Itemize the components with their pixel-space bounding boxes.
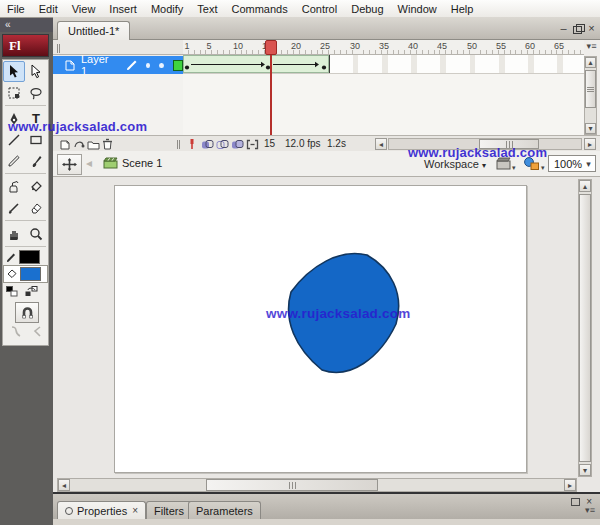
scene-name-label[interactable]: Scene 1: [122, 157, 162, 169]
delete-layer-button[interactable]: [100, 137, 114, 151]
pan-view-button[interactable]: [57, 154, 82, 175]
paint-bucket-icon: [29, 180, 43, 194]
menu-control[interactable]: Control: [295, 1, 344, 17]
fill-color-swatch[interactable]: [20, 267, 41, 281]
menu-edit[interactable]: Edit: [32, 1, 65, 17]
layer-outline-color-swatch[interactable]: [173, 60, 183, 71]
ruler-label: 5: [206, 41, 211, 51]
eraser-tool-button[interactable]: [25, 197, 47, 218]
menu-commands[interactable]: Commands: [224, 1, 294, 17]
paint-bucket-tool-button[interactable]: [25, 176, 47, 197]
close-button[interactable]: ×: [585, 23, 598, 35]
shape-tween-span[interactable]: [183, 55, 330, 73]
zoom-level-combobox[interactable]: 100% ▾: [548, 155, 596, 172]
stage-horizontal-scrollbar[interactable]: ◂ ▸: [57, 478, 577, 492]
edit-multiple-frames-button[interactable]: [230, 137, 244, 151]
layer-visibility-dot[interactable]: [146, 63, 150, 68]
menu-window[interactable]: Window: [391, 1, 444, 17]
layer-controls-header: [53, 40, 183, 55]
ruler-label: 65: [554, 41, 564, 51]
menu-text[interactable]: Text: [190, 1, 224, 17]
document-window-controls: – ×: [557, 23, 598, 35]
scrollbar-thumb[interactable]: [206, 479, 378, 491]
add-motion-guide-button[interactable]: [72, 137, 86, 151]
menu-modify[interactable]: Modify: [144, 1, 190, 17]
timeline-ruler[interactable]: 1 5 10 15 20 25 30 35 40 45 50 55 60 65: [183, 40, 584, 55]
tab-parameters[interactable]: Parameters: [188, 501, 261, 519]
menu-debug[interactable]: Debug: [344, 1, 390, 17]
timeline-empty-grid[interactable]: [183, 74, 584, 135]
tab-properties[interactable]: Properties ×: [57, 501, 146, 519]
menu-insert[interactable]: Insert: [102, 1, 144, 17]
ink-bottle-tool-button[interactable]: [3, 176, 25, 197]
scroll-left-button[interactable]: ◂: [58, 479, 70, 491]
playhead[interactable]: [265, 40, 277, 55]
back-button[interactable]: ◂: [86, 156, 92, 170]
brush-tool-button[interactable]: [25, 150, 47, 171]
line-icon: [7, 133, 21, 147]
scroll-down-button[interactable]: ▾: [579, 464, 591, 476]
document-tab[interactable]: Untitled-1*: [57, 21, 130, 41]
insert-layer-button[interactable]: [58, 137, 72, 151]
scroll-right-button[interactable]: ▸: [584, 138, 596, 150]
current-frame-value: 15: [264, 137, 275, 151]
onion-skin-button[interactable]: [200, 137, 214, 151]
restore-button[interactable]: [571, 23, 584, 35]
hand-tool-button[interactable]: [3, 223, 25, 244]
ruler-label: 1: [184, 41, 189, 51]
scroll-up-button[interactable]: ▴: [579, 180, 591, 192]
fill-color-row[interactable]: [3, 265, 48, 283]
minimize-button[interactable]: –: [557, 23, 570, 35]
menu-view[interactable]: View: [65, 1, 103, 17]
ruler-label: 35: [379, 41, 389, 51]
panel-grip-icon[interactable]: [57, 43, 61, 55]
brush-icon: [29, 154, 43, 168]
scroll-right-button[interactable]: ▸: [564, 479, 576, 491]
layer-row[interactable]: Layer 1: [53, 56, 183, 74]
stroke-color-swatch[interactable]: [19, 250, 40, 264]
swap-colors-icon[interactable]: [25, 286, 38, 297]
panel-options-menu[interactable]: ▾≡: [583, 507, 597, 513]
straighten-option-icon[interactable]: [31, 325, 43, 338]
close-tab-icon[interactable]: ×: [132, 505, 138, 516]
insert-layer-folder-button[interactable]: [86, 137, 100, 151]
free-transform-tool-button[interactable]: [3, 82, 25, 103]
subselection-tool-button[interactable]: [25, 61, 47, 82]
onion-skin-outlines-button[interactable]: [215, 137, 229, 151]
menu-bar: File Edit View Insert Modify Text Comman…: [0, 0, 600, 18]
scroll-up-button[interactable]: ▴: [585, 57, 596, 68]
scroll-down-button[interactable]: ▾: [585, 123, 596, 134]
chevron-down-icon: ▾: [541, 164, 545, 172]
layer-frames-row[interactable]: [183, 55, 584, 74]
elapsed-time-value: 1.2s: [327, 137, 346, 151]
pencil-tool-button[interactable]: [3, 150, 25, 171]
dock-collapse-button[interactable]: «: [0, 18, 53, 32]
stage-vertical-scrollbar[interactable]: ▴ ▾: [578, 179, 592, 477]
ruler-label: 40: [408, 41, 418, 51]
default-colors-icon[interactable]: [6, 286, 18, 297]
scrollbar-thumb[interactable]: [585, 70, 596, 108]
menu-file[interactable]: File: [0, 1, 32, 17]
chevron-down-icon: ▾: [512, 164, 516, 172]
selection-arrow-icon: [7, 64, 21, 79]
menu-help[interactable]: Help: [444, 1, 481, 17]
collapse-panel-icon[interactable]: [571, 498, 580, 506]
selection-tool-button[interactable]: [3, 61, 25, 82]
frame-rate-value[interactable]: 12.0 fps: [285, 137, 321, 151]
snap-to-objects-button[interactable]: [15, 302, 39, 323]
bottom-panel-body: [53, 519, 600, 525]
zoom-tool-button[interactable]: [25, 223, 47, 244]
eyedropper-tool-button[interactable]: [3, 197, 25, 218]
stroke-color-row[interactable]: [3, 249, 48, 265]
modify-onion-markers-button[interactable]: [245, 137, 259, 151]
lasso-tool-button[interactable]: [25, 82, 47, 103]
document-tab-bar: [53, 17, 600, 40]
center-frame-button[interactable]: [185, 137, 199, 151]
tab-filters[interactable]: Filters: [146, 501, 192, 519]
timeline-vertical-scrollbar[interactable]: ▴ ▾: [584, 56, 597, 135]
smooth-option-icon[interactable]: [10, 325, 22, 338]
scrollbar-thumb[interactable]: [579, 194, 591, 462]
timeline-options-menu[interactable]: ▾≡: [585, 43, 598, 49]
scroll-left-button[interactable]: ◂: [375, 138, 387, 150]
layer-lock-dot[interactable]: [159, 63, 163, 68]
